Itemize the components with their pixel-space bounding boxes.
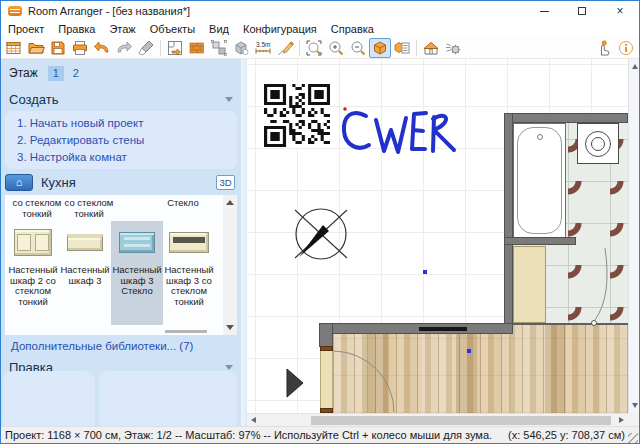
walkthrough-button[interactable] bbox=[442, 38, 464, 58]
open-project-button[interactable] bbox=[25, 38, 47, 58]
toolbar: 3.5m bbox=[1, 37, 639, 59]
chevron-down-icon[interactable] bbox=[225, 365, 233, 370]
zoom-fit-button[interactable] bbox=[303, 38, 325, 58]
library-scrollbar-horizontal[interactable] bbox=[165, 330, 207, 333]
qr-code[interactable] bbox=[264, 84, 330, 147]
draw-pen-icon bbox=[276, 39, 294, 57]
scroll-down-icon[interactable] bbox=[226, 325, 234, 330]
scroll-right-icon[interactable] bbox=[619, 417, 624, 423]
show-3d-house-icon bbox=[422, 39, 440, 57]
edit-panel-left bbox=[3, 371, 95, 426]
menu-floor[interactable]: Этаж bbox=[102, 23, 142, 35]
chevron-down-icon[interactable] bbox=[225, 97, 233, 102]
view-3d-button[interactable] bbox=[369, 38, 391, 58]
resize-grip[interactable] bbox=[628, 433, 638, 443]
wall-stub[interactable] bbox=[504, 237, 576, 245]
bathtub[interactable] bbox=[513, 123, 566, 238]
menu-view[interactable]: Вид bbox=[202, 23, 236, 35]
library-item-label: Настенный шкаф 3 bbox=[59, 265, 111, 286]
library-scrollbar-vertical[interactable] bbox=[223, 195, 237, 335]
bathtub-basin bbox=[517, 127, 562, 234]
create-header-label: Создать bbox=[9, 92, 58, 107]
select-transform-button[interactable] bbox=[208, 38, 230, 58]
menu-configuration[interactable]: Конфигурация bbox=[236, 23, 324, 35]
library-item-label: Настенный шкаф 3 со стеклом тонкий bbox=[163, 265, 215, 307]
floor-tab-1[interactable]: 1 bbox=[48, 66, 64, 81]
window-title: Room Arranger - [без названия*] bbox=[28, 5, 190, 17]
scroll-left-icon[interactable] bbox=[251, 417, 256, 423]
library-item-cabinet2-glass-thin[interactable]: Настенный шкаф 2 со стеклом тонкий bbox=[7, 221, 59, 325]
draw-pen-button[interactable] bbox=[274, 38, 296, 58]
link-new-project[interactable]: 1. Начать новый проект bbox=[17, 115, 237, 132]
create-section-header[interactable]: Создать bbox=[9, 91, 233, 107]
menu-edit[interactable]: Правка bbox=[51, 23, 102, 35]
library-title: Кухня bbox=[41, 175, 76, 190]
info-button[interactable] bbox=[615, 38, 637, 58]
floor-tab-2[interactable]: 2 bbox=[68, 66, 84, 81]
maximize-icon bbox=[578, 7, 586, 15]
save-project-button[interactable] bbox=[47, 38, 69, 58]
edit-walls-button[interactable] bbox=[164, 38, 186, 58]
library-item-label: Настенный шкаф 3 Стекло bbox=[111, 265, 163, 297]
menu-project[interactable]: Проект bbox=[1, 23, 51, 35]
close-button[interactable]: × bbox=[601, 1, 639, 21]
measure-button[interactable]: 3.5m bbox=[252, 38, 274, 58]
hand-tool-button[interactable] bbox=[593, 38, 615, 58]
library-item-cabinet3-glass-thin[interactable]: Настенный шкаф 3 со стеклом тонкий bbox=[163, 221, 215, 325]
undo-button[interactable] bbox=[91, 38, 113, 58]
library-items-panel: со стеклом тонкий со стеклом тонкий Стек… bbox=[5, 195, 237, 335]
show-3d-house-button[interactable] bbox=[420, 38, 442, 58]
handwritten-annotation bbox=[344, 113, 454, 152]
zoom-in-button[interactable] bbox=[325, 38, 347, 58]
scrollbar-thumb[interactable] bbox=[311, 416, 611, 425]
wall-bathroom-left[interactable] bbox=[504, 113, 513, 334]
red-dot-marker bbox=[343, 107, 347, 111]
view-3d-with-list-button[interactable] bbox=[391, 38, 413, 58]
undo-icon bbox=[93, 39, 111, 57]
link-room-setup[interactable]: 3. Настройка комнат bbox=[17, 149, 237, 166]
link-edit-walls[interactable]: 2. Редактировать стены bbox=[17, 132, 237, 149]
object-3d-move-button[interactable] bbox=[230, 38, 252, 58]
compass-rose bbox=[295, 209, 347, 259]
app-logo-icon bbox=[8, 6, 22, 16]
format-painter-button[interactable] bbox=[135, 38, 157, 58]
cabinet-icon bbox=[67, 234, 103, 251]
wall-bottom[interactable] bbox=[319, 323, 513, 334]
walkthrough-icon bbox=[444, 39, 462, 57]
selection-point-1 bbox=[423, 270, 427, 274]
canvas-scrollbar-vertical[interactable] bbox=[628, 59, 640, 413]
library-item-cabinet3-glass[interactable]: Настенный шкаф 3 Стекло bbox=[111, 221, 163, 325]
new-project-button[interactable] bbox=[3, 38, 25, 58]
wall-corner[interactable] bbox=[319, 323, 333, 347]
zoom-out-button[interactable] bbox=[347, 38, 369, 58]
scroll-up-icon[interactable] bbox=[632, 64, 638, 69]
cabinet-icon bbox=[169, 232, 209, 253]
library-home-button[interactable]: ⌂ bbox=[5, 174, 33, 191]
bathroom-door-leaf[interactable] bbox=[513, 246, 546, 323]
hand-tool-icon bbox=[595, 39, 613, 57]
toolbar-separator bbox=[416, 40, 417, 56]
clipped-item-label: со стеклом тонкий bbox=[63, 197, 115, 219]
more-libraries-link[interactable]: Дополнительные библиотеки... (7) bbox=[11, 340, 193, 352]
scroll-down-icon[interactable] bbox=[632, 403, 638, 408]
redo-icon bbox=[115, 39, 133, 57]
wall-bricks-icon bbox=[188, 39, 206, 57]
status-bar: Проект: 1168 × 700 см, Этаж: 1/2 -- Масш… bbox=[1, 426, 639, 444]
library-item-cabinet3[interactable]: Настенный шкаф 3 bbox=[59, 221, 111, 325]
print-button[interactable] bbox=[69, 38, 91, 58]
canvas-scrollbar-horizontal[interactable] bbox=[247, 413, 628, 426]
minimize-button[interactable] bbox=[525, 1, 563, 21]
wall-bricks-button[interactable] bbox=[186, 38, 208, 58]
scroll-up-icon[interactable] bbox=[226, 200, 234, 205]
redo-button[interactable] bbox=[113, 38, 135, 58]
maximize-button[interactable] bbox=[563, 1, 601, 21]
floor-plan-canvas[interactable] bbox=[247, 59, 628, 413]
menu-objects[interactable]: Объекты bbox=[143, 23, 202, 35]
menu-help[interactable]: Справка bbox=[324, 23, 381, 35]
library-3d-button[interactable]: 3D bbox=[216, 175, 235, 190]
edit-panel-right bbox=[99, 371, 237, 426]
washing-machine[interactable] bbox=[577, 123, 619, 164]
living-room-wood-floor bbox=[333, 325, 628, 413]
wall-top[interactable] bbox=[504, 113, 628, 123]
entry-door-leaf[interactable] bbox=[320, 351, 333, 408]
